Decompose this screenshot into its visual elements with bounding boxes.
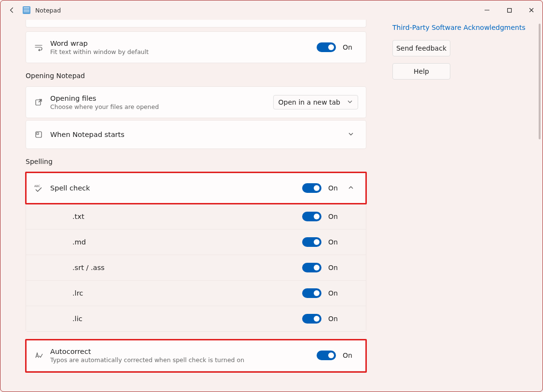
word-wrap-toggle[interactable] (317, 42, 336, 52)
ext-label: .md (49, 238, 302, 246)
close-button[interactable] (520, 0, 543, 20)
expand-when-starts[interactable] (344, 130, 358, 139)
ext-label: .lrc (49, 289, 302, 297)
maximize-button[interactable] (498, 0, 520, 20)
ext-toggle-lic[interactable] (302, 314, 321, 324)
window-controls (476, 0, 543, 20)
spell-check-card[interactable]: ABC Spell check On (26, 172, 366, 204)
ext-label: .lic (49, 315, 302, 323)
ext-toggle-srt[interactable] (302, 263, 321, 272)
third-party-link[interactable]: Third-Party Software Acknowledgments (392, 23, 526, 40)
open-files-icon (34, 98, 43, 106)
word-wrap-title: Word wrap (50, 40, 317, 47)
collapse-spell-check[interactable] (344, 184, 358, 193)
ext-row-lrc: .lrc On (26, 280, 366, 306)
svg-rect-4 (37, 133, 39, 135)
settings-main: Word wrap Fit text within window by defa… (0, 20, 392, 392)
ext-state: On (328, 315, 344, 323)
send-feedback-button[interactable]: Send feedback (392, 40, 450, 56)
ext-row-srt: .srt / .ass On (26, 255, 366, 280)
autocorrect-state: On (343, 351, 358, 359)
ext-label: .txt (49, 213, 302, 220)
scrollbar-thumb[interactable] (539, 24, 541, 139)
svg-rect-1 (507, 8, 511, 12)
ext-toggle-md[interactable] (302, 237, 321, 247)
ext-state: On (328, 213, 344, 220)
opening-files-dropdown[interactable]: Open in a new tab (273, 95, 358, 109)
spell-check-toggle[interactable] (302, 183, 321, 193)
opening-files-card[interactable]: Opening files Choose where your files ar… (26, 86, 366, 118)
ext-row-md: .md On (26, 229, 366, 255)
opening-files-title: Opening files (50, 95, 273, 102)
notepad-app-icon (23, 6, 30, 14)
ext-label: .srt / .ass (49, 264, 302, 271)
word-wrap-sub: Fit text within window by default (50, 48, 317, 55)
help-button[interactable]: Help (392, 63, 450, 80)
dropdown-value: Open in a new tab (278, 98, 340, 106)
back-button[interactable] (4, 2, 20, 18)
spell-check-title: Spell check (50, 184, 302, 192)
when-starts-icon (34, 131, 43, 138)
ext-state: On (328, 238, 344, 246)
scrollbar[interactable] (539, 24, 541, 388)
ext-row-txt: .txt On (26, 204, 366, 229)
when-starts-card[interactable]: When Notepad starts (26, 120, 366, 149)
word-wrap-state: On (343, 43, 358, 51)
ext-row-lic: .lic On (26, 306, 366, 331)
spell-check-icon: ABC (34, 184, 43, 192)
opening-section-header: Opening Notepad (26, 72, 392, 80)
autocorrect-toggle[interactable] (317, 351, 336, 360)
titlebar: Notepad (0, 0, 543, 20)
autocorrect-card[interactable]: Autocorrect Typos are automatically corr… (26, 339, 366, 371)
spell-check-state: On (328, 184, 344, 192)
svg-rect-2 (36, 100, 41, 105)
spelling-section-header: Spelling (26, 158, 392, 165)
word-wrap-icon (34, 43, 43, 51)
when-starts-title: When Notepad starts (50, 131, 344, 138)
svg-text:ABC: ABC (34, 184, 40, 188)
chevron-down-icon (347, 98, 353, 106)
minimize-button[interactable] (476, 0, 498, 20)
settings-side: Third-Party Software Acknowledgments Sen… (392, 20, 526, 392)
ext-toggle-txt[interactable] (302, 212, 321, 221)
autocorrect-title: Autocorrect (50, 348, 317, 355)
opening-files-sub: Choose where your files are opened (50, 103, 273, 110)
previous-card-bottom (26, 20, 366, 27)
spell-check-subitems: .txt On .md On .srt / .ass On .lrc On (26, 204, 366, 332)
app-title: Notepad (35, 7, 61, 14)
word-wrap-card[interactable]: Word wrap Fit text within window by defa… (26, 31, 366, 63)
ext-toggle-lrc[interactable] (302, 288, 321, 298)
ext-state: On (328, 289, 344, 297)
autocorrect-icon (34, 351, 43, 360)
autocorrect-sub: Typos are automatically corrected when s… (50, 356, 317, 364)
ext-state: On (328, 264, 344, 271)
